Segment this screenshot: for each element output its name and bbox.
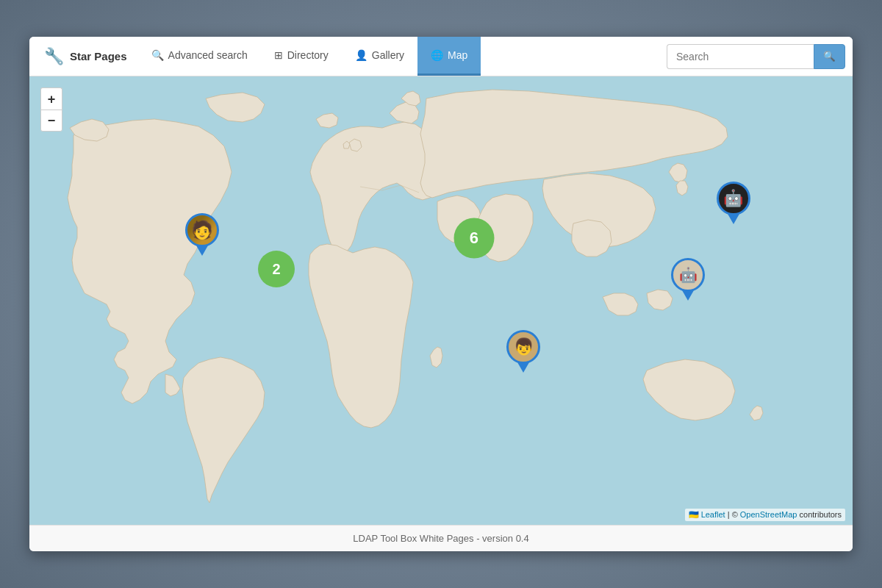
search-form: 🔍 (667, 44, 845, 69)
app-window: 🔧 Star Pages 🔍 Advanced search ⊞ Directo… (29, 37, 853, 551)
tab-advanced-search[interactable]: 🔍 Advanced search (138, 37, 261, 76)
pin-japan[interactable]: 🤖 (717, 182, 750, 224)
avatar-us-west: 🧑 (185, 213, 219, 247)
leaflet-link[interactable]: Leaflet (701, 510, 725, 519)
zoom-controls: + − (40, 87, 62, 132)
map-container[interactable]: + − 6 2 🧑 🤖 🤖 (29, 76, 853, 525)
globe-icon: 🌐 (431, 49, 443, 61)
tab-gallery[interactable]: 👤 Gallery (342, 37, 417, 76)
cluster-europe[interactable]: 6 (453, 218, 494, 258)
tab-map[interactable]: 🌐 Map (417, 37, 481, 76)
avatar-japan: 🤖 (717, 182, 750, 215)
search-input[interactable] (667, 44, 814, 69)
tab-directory[interactable]: ⊞ Directory (261, 37, 342, 76)
brand-label: Star Pages (70, 50, 127, 62)
zoom-out-button[interactable]: − (40, 110, 62, 132)
pin-tail-se-asia (682, 290, 694, 301)
avatar-africa: 👦 (506, 330, 540, 364)
cluster-us[interactable]: 2 (258, 251, 295, 287)
map-attribution: 🇺🇦 Leaflet | © OpenStreetMap contributor… (685, 509, 845, 521)
brand-link[interactable]: 🔧 Star Pages (37, 47, 135, 66)
grid-icon: ⊞ (274, 49, 283, 61)
pin-tail (196, 245, 208, 256)
footer: LDAP Tool Box White Pages - version 0.4 (29, 525, 853, 551)
world-map (29, 76, 853, 525)
user-icon: 👤 (355, 49, 368, 61)
nav-tabs: 🔍 Advanced search ⊞ Directory 👤 Gallery … (138, 37, 481, 76)
search-icon: 🔍 (151, 49, 164, 61)
pin-tail-africa (517, 362, 529, 373)
pin-us-west[interactable]: 🧑 (185, 213, 219, 256)
pin-tail-japan (728, 214, 739, 224)
brand-icon: 🔧 (44, 47, 64, 66)
navbar: 🔧 Star Pages 🔍 Advanced search ⊞ Directo… (29, 37, 853, 76)
search-button[interactable]: 🔍 (814, 44, 845, 69)
pin-africa[interactable]: 👦 (506, 330, 540, 373)
search-submit-icon: 🔍 (823, 51, 836, 62)
zoom-in-button[interactable]: + (40, 87, 62, 110)
pin-southeast-asia[interactable]: 🤖 (671, 258, 705, 301)
footer-text: LDAP Tool Box White Pages - version 0.4 (353, 533, 528, 544)
avatar-southeast-asia: 🤖 (671, 258, 705, 292)
osm-link[interactable]: OpenStreetMap (740, 510, 797, 519)
